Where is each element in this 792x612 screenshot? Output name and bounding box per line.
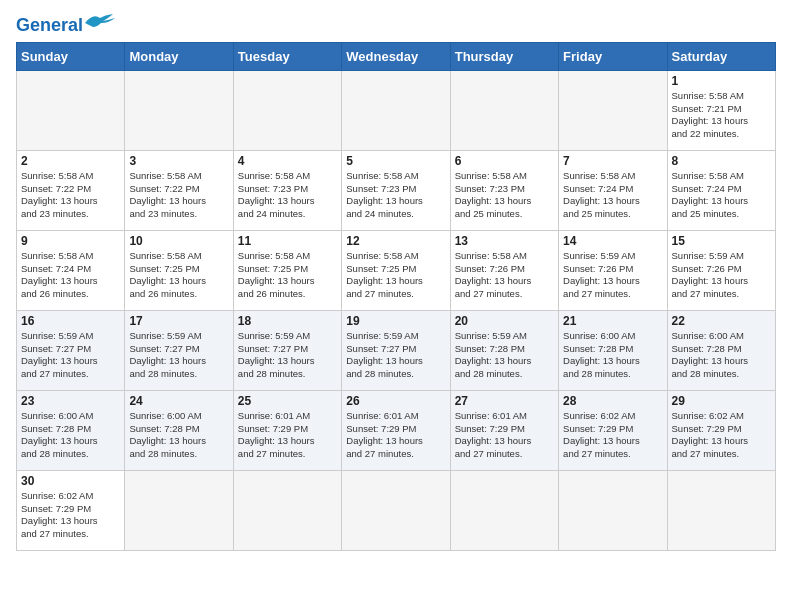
day-number: 28 <box>563 394 662 408</box>
day-number: 2 <box>21 154 120 168</box>
logo-icon <box>85 13 115 31</box>
day-info: Sunrise: 5:59 AMSunset: 7:26 PMDaylight:… <box>672 250 771 301</box>
calendar-cell: 15Sunrise: 5:59 AMSunset: 7:26 PMDayligh… <box>667 230 775 310</box>
day-number: 11 <box>238 234 337 248</box>
calendar-cell: 22Sunrise: 6:00 AMSunset: 7:28 PMDayligh… <box>667 310 775 390</box>
day-info: Sunrise: 6:00 AMSunset: 7:28 PMDaylight:… <box>563 330 662 381</box>
day-number: 26 <box>346 394 445 408</box>
calendar-cell: 16Sunrise: 5:59 AMSunset: 7:27 PMDayligh… <box>17 310 125 390</box>
day-number: 7 <box>563 154 662 168</box>
calendar-cell: 27Sunrise: 6:01 AMSunset: 7:29 PMDayligh… <box>450 390 558 470</box>
day-number: 15 <box>672 234 771 248</box>
day-info: Sunrise: 5:59 AMSunset: 7:27 PMDaylight:… <box>129 330 228 381</box>
day-number: 18 <box>238 314 337 328</box>
day-number: 8 <box>672 154 771 168</box>
logo: General <box>16 16 115 32</box>
day-info: Sunrise: 5:58 AMSunset: 7:23 PMDaylight:… <box>346 170 445 221</box>
day-info: Sunrise: 5:59 AMSunset: 7:28 PMDaylight:… <box>455 330 554 381</box>
calendar-cell <box>233 470 341 550</box>
calendar-cell: 5Sunrise: 5:58 AMSunset: 7:23 PMDaylight… <box>342 150 450 230</box>
weekday-header: Saturday <box>667 42 775 70</box>
calendar-cell <box>233 70 341 150</box>
calendar-cell: 4Sunrise: 5:58 AMSunset: 7:23 PMDaylight… <box>233 150 341 230</box>
day-number: 27 <box>455 394 554 408</box>
calendar-cell: 26Sunrise: 6:01 AMSunset: 7:29 PMDayligh… <box>342 390 450 470</box>
weekday-header: Sunday <box>17 42 125 70</box>
day-info: Sunrise: 5:58 AMSunset: 7:23 PMDaylight:… <box>238 170 337 221</box>
weekday-header: Friday <box>559 42 667 70</box>
day-number: 30 <box>21 474 120 488</box>
day-number: 19 <box>346 314 445 328</box>
day-number: 13 <box>455 234 554 248</box>
day-info: Sunrise: 5:59 AMSunset: 7:27 PMDaylight:… <box>238 330 337 381</box>
calendar-cell <box>125 470 233 550</box>
day-info: Sunrise: 5:58 AMSunset: 7:23 PMDaylight:… <box>455 170 554 221</box>
day-number: 21 <box>563 314 662 328</box>
day-number: 14 <box>563 234 662 248</box>
day-number: 6 <box>455 154 554 168</box>
day-info: Sunrise: 6:00 AMSunset: 7:28 PMDaylight:… <box>672 330 771 381</box>
day-info: Sunrise: 5:59 AMSunset: 7:26 PMDaylight:… <box>563 250 662 301</box>
day-number: 22 <box>672 314 771 328</box>
day-number: 25 <box>238 394 337 408</box>
day-number: 10 <box>129 234 228 248</box>
day-number: 4 <box>238 154 337 168</box>
calendar-cell: 25Sunrise: 6:01 AMSunset: 7:29 PMDayligh… <box>233 390 341 470</box>
day-info: Sunrise: 6:02 AMSunset: 7:29 PMDaylight:… <box>563 410 662 461</box>
calendar-row: 16Sunrise: 5:59 AMSunset: 7:27 PMDayligh… <box>17 310 776 390</box>
day-number: 3 <box>129 154 228 168</box>
calendar-cell <box>342 70 450 150</box>
calendar-cell: 20Sunrise: 5:59 AMSunset: 7:28 PMDayligh… <box>450 310 558 390</box>
calendar-cell: 14Sunrise: 5:59 AMSunset: 7:26 PMDayligh… <box>559 230 667 310</box>
day-info: Sunrise: 5:59 AMSunset: 7:27 PMDaylight:… <box>21 330 120 381</box>
day-number: 20 <box>455 314 554 328</box>
calendar-cell: 8Sunrise: 5:58 AMSunset: 7:24 PMDaylight… <box>667 150 775 230</box>
day-info: Sunrise: 6:01 AMSunset: 7:29 PMDaylight:… <box>346 410 445 461</box>
calendar-cell <box>559 470 667 550</box>
weekday-header: Wednesday <box>342 42 450 70</box>
calendar-cell: 10Sunrise: 5:58 AMSunset: 7:25 PMDayligh… <box>125 230 233 310</box>
day-info: Sunrise: 5:58 AMSunset: 7:22 PMDaylight:… <box>21 170 120 221</box>
day-number: 17 <box>129 314 228 328</box>
weekday-header: Tuesday <box>233 42 341 70</box>
day-number: 9 <box>21 234 120 248</box>
calendar-cell: 29Sunrise: 6:02 AMSunset: 7:29 PMDayligh… <box>667 390 775 470</box>
calendar-cell <box>667 470 775 550</box>
day-number: 24 <box>129 394 228 408</box>
calendar-cell: 2Sunrise: 5:58 AMSunset: 7:22 PMDaylight… <box>17 150 125 230</box>
calendar-cell <box>125 70 233 150</box>
day-info: Sunrise: 5:58 AMSunset: 7:24 PMDaylight:… <box>672 170 771 221</box>
calendar-row: 30Sunrise: 6:02 AMSunset: 7:29 PMDayligh… <box>17 470 776 550</box>
calendar-cell: 23Sunrise: 6:00 AMSunset: 7:28 PMDayligh… <box>17 390 125 470</box>
day-info: Sunrise: 5:58 AMSunset: 7:25 PMDaylight:… <box>346 250 445 301</box>
calendar-cell <box>559 70 667 150</box>
day-info: Sunrise: 5:58 AMSunset: 7:22 PMDaylight:… <box>129 170 228 221</box>
day-info: Sunrise: 5:58 AMSunset: 7:25 PMDaylight:… <box>129 250 228 301</box>
calendar-table: SundayMondayTuesdayWednesdayThursdayFrid… <box>16 42 776 551</box>
day-info: Sunrise: 6:00 AMSunset: 7:28 PMDaylight:… <box>21 410 120 461</box>
calendar-cell: 17Sunrise: 5:59 AMSunset: 7:27 PMDayligh… <box>125 310 233 390</box>
day-info: Sunrise: 5:58 AMSunset: 7:26 PMDaylight:… <box>455 250 554 301</box>
calendar-cell: 7Sunrise: 5:58 AMSunset: 7:24 PMDaylight… <box>559 150 667 230</box>
calendar-row: 9Sunrise: 5:58 AMSunset: 7:24 PMDaylight… <box>17 230 776 310</box>
calendar-cell: 3Sunrise: 5:58 AMSunset: 7:22 PMDaylight… <box>125 150 233 230</box>
calendar-cell: 11Sunrise: 5:58 AMSunset: 7:25 PMDayligh… <box>233 230 341 310</box>
page-header: General <box>16 16 776 32</box>
calendar-cell: 18Sunrise: 5:59 AMSunset: 7:27 PMDayligh… <box>233 310 341 390</box>
day-number: 16 <box>21 314 120 328</box>
calendar-cell: 1Sunrise: 5:58 AMSunset: 7:21 PMDaylight… <box>667 70 775 150</box>
calendar-cell: 13Sunrise: 5:58 AMSunset: 7:26 PMDayligh… <box>450 230 558 310</box>
weekday-header: Thursday <box>450 42 558 70</box>
day-info: Sunrise: 5:58 AMSunset: 7:21 PMDaylight:… <box>672 90 771 141</box>
calendar-cell: 19Sunrise: 5:59 AMSunset: 7:27 PMDayligh… <box>342 310 450 390</box>
calendar-cell: 9Sunrise: 5:58 AMSunset: 7:24 PMDaylight… <box>17 230 125 310</box>
calendar-cell <box>342 470 450 550</box>
calendar-row: 2Sunrise: 5:58 AMSunset: 7:22 PMDaylight… <box>17 150 776 230</box>
day-info: Sunrise: 6:00 AMSunset: 7:28 PMDaylight:… <box>129 410 228 461</box>
calendar-cell <box>450 470 558 550</box>
day-info: Sunrise: 6:01 AMSunset: 7:29 PMDaylight:… <box>238 410 337 461</box>
calendar-cell <box>450 70 558 150</box>
day-number: 23 <box>21 394 120 408</box>
day-info: Sunrise: 5:58 AMSunset: 7:25 PMDaylight:… <box>238 250 337 301</box>
calendar-cell: 28Sunrise: 6:02 AMSunset: 7:29 PMDayligh… <box>559 390 667 470</box>
